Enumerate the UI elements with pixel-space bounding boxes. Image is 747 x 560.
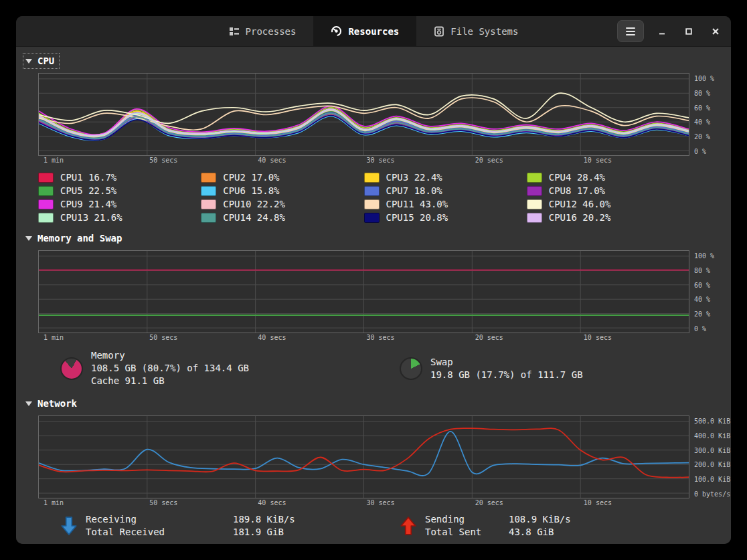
x-axis-tick: 1 min [44,157,64,164]
network-section-header[interactable]: Network [24,397,81,410]
cpu-legend-item: CPU4 28.4% [527,171,689,184]
cpu-legend-item: CPU16 20.2% [527,211,689,224]
legend-label: CPU11 43.0% [386,199,448,209]
cpu-legend-item: CPU3 22.4% [364,171,527,184]
cpu-legend-item: CPU6 15.8% [201,184,363,197]
cpu-legend-item: CPU7 18.0% [364,184,527,197]
cpu-x-axis: 1 min50 secs40 secs30 secs20 secs10 secs [38,156,689,165]
hamburger-icon [626,27,635,29]
legend-swatch [38,199,54,209]
y-axis-tick: 500.0 KiB [694,417,730,425]
collapse-triangle-icon [25,401,32,406]
memory-info: Memory 108.5 GB (80.7%) of 134.4 GB Cach… [60,349,249,387]
memory-label: Memory [91,349,249,362]
swap-pie-icon [400,357,422,380]
tab-resources-label: Resources [348,26,399,37]
maximize-button[interactable] [680,23,697,40]
legend-label: CPU1 16.7% [60,172,116,183]
memory-swap-chart [38,250,689,333]
close-button[interactable] [707,23,724,40]
cpu-legend-item: CPU2 17.0% [201,171,363,184]
x-axis-tick: 1 min [44,499,64,506]
cpu-section-header[interactable]: CPU [24,54,58,68]
legend-swatch [364,199,380,209]
minimize-button[interactable] [653,23,671,40]
x-axis-tick: 50 secs [149,499,177,506]
legend-swatch [201,173,216,183]
memory-swap-info: Memory 108.5 GB (80.7%) of 134.4 GB Cach… [16,349,731,391]
y-axis-tick: 80 % [694,90,710,97]
legend-swatch [527,199,542,209]
window-controls [617,16,724,46]
y-axis-tick: 60 % [694,282,710,289]
swap-label: Swap [430,356,583,369]
cpu-legend-item: CPU12 46.0% [527,197,689,211]
total-received-label: Total Received [86,526,233,539]
cpu-chart-block: 100 %80 %60 %40 %20 %0 % 1 min50 secs40 … [38,73,731,165]
receiving-info: Receiving 189.8 KiB/s Total Received 181… [60,513,295,539]
x-axis-tick: 10 secs [584,157,612,164]
tab-processes[interactable]: Processes [212,16,314,46]
cpu-legend-item: CPU8 17.0% [527,184,689,197]
swap-info: Swap 19.8 GB (17.7%) of 111.7 GB [400,356,583,381]
network-x-axis: 1 min50 secs40 secs30 secs20 secs10 secs [38,498,689,508]
legend-swatch [364,213,380,223]
total-sent-label: Total Sent [425,526,509,539]
y-axis-tick: 40 % [694,118,710,126]
memory-usage: 108.5 GB (80.7%) of 134.4 GB [91,362,249,375]
memory-cache: Cache 91.1 GB [91,375,249,387]
x-axis-tick: 50 secs [149,157,177,164]
x-axis-tick: 10 secs [584,499,612,506]
network-chart-block: 500.0 KiB400.0 KiB300.0 KiB200.0 KiB100.… [38,415,731,508]
receiving-label: Receiving [86,513,233,526]
close-icon [712,27,720,35]
x-axis-tick: 40 secs [258,157,286,164]
legend-swatch [201,199,216,209]
cpu-legend-item: CPU1 16.7% [38,171,201,184]
x-axis-tick: 1 min [44,334,64,341]
legend-label: CPU6 15.8% [223,185,279,196]
sending-up-arrow-icon [400,516,417,536]
x-axis-tick: 30 secs [367,499,395,506]
tab-file-systems[interactable]: File Systems [416,16,535,46]
legend-label: CPU2 17.0% [223,172,279,183]
legend-label: CPU15 20.8% [386,212,448,223]
cpu-legend-item: CPU5 22.5% [38,184,201,197]
y-axis-tick: 300.0 KiB [694,447,730,454]
legend-label: CPU10 22.2% [223,199,285,209]
y-axis-tick: 0 % [694,148,706,155]
y-axis-tick: 200.0 KiB [694,461,730,468]
maximize-icon [685,27,693,35]
x-axis-tick: 10 secs [584,334,612,341]
collapse-triangle-icon [25,59,32,64]
cpu-legend: CPU1 16.7%CPU2 17.0%CPU3 22.4%CPU4 28.4%… [38,171,689,224]
tab-resources[interactable]: Resources [313,16,416,46]
sending-label: Sending [425,513,509,526]
cpu-section-title: CPU [37,56,54,66]
y-axis-tick: 100 % [694,75,714,82]
y-axis-tick: 80 % [694,267,710,274]
network-y-axis: 500.0 KiB400.0 KiB300.0 KiB200.0 KiB100.… [689,415,730,498]
legend-label: CPU9 21.4% [60,199,116,209]
menu-button[interactable] [617,20,644,42]
legend-label: CPU3 22.4% [386,172,442,183]
resources-view: CPU 100 %80 %60 %40 %20 %0 % 1 min50 sec… [16,47,731,544]
x-axis-tick: 30 secs [367,334,395,341]
legend-swatch [201,213,216,223]
y-axis-tick: 20 % [694,310,710,318]
x-axis-tick: 20 secs [475,334,503,341]
system-monitor-window: Processes Resources File Systems [16,16,731,544]
legend-swatch [201,186,216,196]
memory-section-header[interactable]: Memory and Swap [24,231,126,245]
swap-usage: 19.8 GB (17.7%) of 111.7 GB [430,369,583,381]
y-axis-tick: 100 % [694,252,714,260]
network-section-title: Network [37,398,77,409]
y-axis-tick: 40 % [694,296,710,303]
legend-label: CPU8 17.0% [549,185,605,196]
legend-swatch [364,186,380,196]
legend-swatch [38,173,54,183]
legend-swatch [38,213,54,223]
legend-label: CPU14 24.8% [223,212,285,223]
memory-y-axis: 100 %80 %60 %40 %20 %0 % [689,250,730,333]
collapse-triangle-icon [25,236,32,241]
